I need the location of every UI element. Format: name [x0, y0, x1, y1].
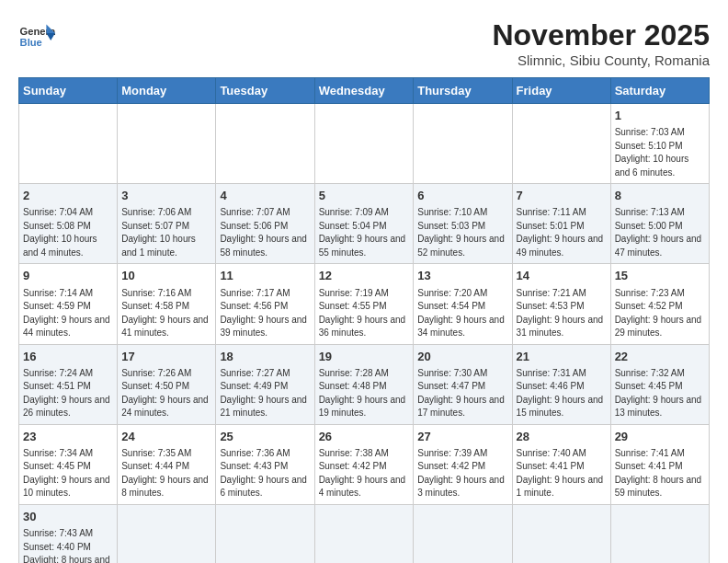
title-section: November 2025 Slimnic, Sibiu County, Rom… — [492, 18, 710, 68]
calendar-day-cell: 22Sunrise: 7:32 AM Sunset: 4:45 PM Dayli… — [610, 344, 709, 424]
calendar-day-cell: 1Sunrise: 7:03 AM Sunset: 5:10 PM Daylig… — [610, 104, 709, 184]
day-info: Sunrise: 7:09 AM Sunset: 5:04 PM Dayligh… — [319, 206, 410, 259]
calendar-day-cell: 4Sunrise: 7:07 AM Sunset: 5:06 PM Daylig… — [216, 184, 314, 264]
location-subtitle: Slimnic, Sibiu County, Romania — [492, 52, 710, 68]
calendar-day-cell: 21Sunrise: 7:31 AM Sunset: 4:46 PM Dayli… — [512, 344, 610, 424]
calendar-week-row: 16Sunrise: 7:24 AM Sunset: 4:51 PM Dayli… — [19, 344, 710, 424]
calendar-day-cell: 25Sunrise: 7:36 AM Sunset: 4:43 PM Dayli… — [216, 424, 314, 504]
svg-marker-3 — [46, 33, 55, 40]
day-info: Sunrise: 7:20 AM Sunset: 4:54 PM Dayligh… — [417, 287, 507, 340]
day-info: Sunrise: 7:24 AM Sunset: 4:51 PM Dayligh… — [23, 367, 113, 420]
day-number: 4 — [220, 188, 310, 204]
calendar-day-cell — [216, 104, 314, 184]
day-info: Sunrise: 7:38 AM Sunset: 4:42 PM Dayligh… — [319, 447, 410, 500]
day-number: 16 — [23, 349, 113, 365]
day-of-week-header: Saturday — [610, 78, 709, 104]
calendar-day-cell: 14Sunrise: 7:21 AM Sunset: 4:53 PM Dayli… — [512, 264, 610, 344]
logo-icon: General Blue — [18, 18, 55, 55]
calendar-day-cell: 28Sunrise: 7:40 AM Sunset: 4:41 PM Dayli… — [512, 424, 610, 504]
calendar-day-cell: 2Sunrise: 7:04 AM Sunset: 5:08 PM Daylig… — [19, 184, 118, 264]
calendar-day-cell: 11Sunrise: 7:17 AM Sunset: 4:56 PM Dayli… — [216, 264, 314, 344]
day-number: 30 — [23, 509, 113, 525]
day-number: 18 — [220, 349, 310, 365]
day-number: 21 — [517, 349, 607, 365]
day-number: 13 — [417, 268, 507, 284]
day-info: Sunrise: 7:16 AM Sunset: 4:58 PM Dayligh… — [121, 287, 211, 340]
calendar-day-cell: 17Sunrise: 7:26 AM Sunset: 4:50 PM Dayli… — [118, 344, 216, 424]
day-number: 7 — [517, 188, 607, 204]
calendar-table: SundayMondayTuesdayWednesdayThursdayFrid… — [18, 77, 710, 563]
day-info: Sunrise: 7:11 AM Sunset: 5:01 PM Dayligh… — [517, 206, 607, 259]
day-info: Sunrise: 7:41 AM Sunset: 4:41 PM Dayligh… — [615, 447, 705, 500]
day-info: Sunrise: 7:04 AM Sunset: 5:08 PM Dayligh… — [23, 206, 113, 259]
logo: General Blue — [18, 18, 55, 55]
calendar-day-cell: 23Sunrise: 7:34 AM Sunset: 4:45 PM Dayli… — [19, 424, 118, 504]
day-number: 17 — [121, 349, 211, 365]
calendar-day-cell: 29Sunrise: 7:41 AM Sunset: 4:41 PM Dayli… — [610, 424, 709, 504]
day-number: 28 — [517, 429, 607, 445]
day-info: Sunrise: 7:31 AM Sunset: 4:46 PM Dayligh… — [517, 367, 607, 420]
calendar-day-cell — [314, 504, 414, 563]
calendar-week-row: 30Sunrise: 7:43 AM Sunset: 4:40 PM Dayli… — [19, 504, 710, 563]
day-info: Sunrise: 7:07 AM Sunset: 5:06 PM Dayligh… — [220, 206, 310, 259]
calendar-day-cell: 24Sunrise: 7:35 AM Sunset: 4:44 PM Dayli… — [118, 424, 216, 504]
calendar-week-row: 23Sunrise: 7:34 AM Sunset: 4:45 PM Dayli… — [19, 424, 710, 504]
day-number: 22 — [615, 349, 705, 365]
calendar-day-cell — [19, 104, 118, 184]
calendar-day-cell: 19Sunrise: 7:28 AM Sunset: 4:48 PM Dayli… — [314, 344, 414, 424]
day-number: 6 — [417, 188, 507, 204]
month-year-title: November 2025 — [492, 18, 710, 52]
day-info: Sunrise: 7:19 AM Sunset: 4:55 PM Dayligh… — [319, 287, 410, 340]
calendar-day-cell: 3Sunrise: 7:06 AM Sunset: 5:07 PM Daylig… — [118, 184, 216, 264]
calendar-day-cell: 7Sunrise: 7:11 AM Sunset: 5:01 PM Daylig… — [512, 184, 610, 264]
day-info: Sunrise: 7:35 AM Sunset: 4:44 PM Dayligh… — [121, 447, 211, 500]
day-number: 1 — [615, 108, 705, 124]
day-of-week-header: Monday — [118, 78, 216, 104]
day-number: 15 — [615, 268, 705, 284]
calendar-day-cell — [314, 104, 414, 184]
day-number: 26 — [319, 429, 410, 445]
day-of-week-header: Wednesday — [314, 78, 414, 104]
day-of-week-header: Sunday — [19, 78, 118, 104]
calendar-day-cell: 6Sunrise: 7:10 AM Sunset: 5:03 PM Daylig… — [414, 184, 512, 264]
calendar-day-cell — [512, 104, 610, 184]
day-number: 10 — [121, 268, 211, 284]
calendar-header-row: SundayMondayTuesdayWednesdayThursdayFrid… — [19, 78, 710, 104]
page-header: General Blue November 2025 Slimnic, Sibi… — [18, 18, 710, 68]
day-info: Sunrise: 7:17 AM Sunset: 4:56 PM Dayligh… — [220, 287, 310, 340]
calendar-day-cell: 9Sunrise: 7:14 AM Sunset: 4:59 PM Daylig… — [19, 264, 118, 344]
day-info: Sunrise: 7:03 AM Sunset: 5:10 PM Dayligh… — [615, 126, 705, 179]
day-info: Sunrise: 7:32 AM Sunset: 4:45 PM Dayligh… — [615, 367, 705, 420]
day-number: 9 — [23, 268, 113, 284]
day-info: Sunrise: 7:30 AM Sunset: 4:47 PM Dayligh… — [417, 367, 507, 420]
day-info: Sunrise: 7:14 AM Sunset: 4:59 PM Dayligh… — [23, 287, 113, 340]
day-number: 3 — [121, 188, 211, 204]
calendar-day-cell — [414, 504, 512, 563]
calendar-day-cell — [414, 104, 512, 184]
calendar-day-cell: 18Sunrise: 7:27 AM Sunset: 4:49 PM Dayli… — [216, 344, 314, 424]
day-of-week-header: Tuesday — [216, 78, 314, 104]
day-info: Sunrise: 7:40 AM Sunset: 4:41 PM Dayligh… — [517, 447, 607, 500]
calendar-day-cell — [118, 104, 216, 184]
day-info: Sunrise: 7:26 AM Sunset: 4:50 PM Dayligh… — [121, 367, 211, 420]
day-number: 19 — [319, 349, 410, 365]
day-number: 5 — [319, 188, 410, 204]
calendar-day-cell: 12Sunrise: 7:19 AM Sunset: 4:55 PM Dayli… — [314, 264, 414, 344]
calendar-day-cell: 13Sunrise: 7:20 AM Sunset: 4:54 PM Dayli… — [414, 264, 512, 344]
day-info: Sunrise: 7:10 AM Sunset: 5:03 PM Dayligh… — [417, 206, 507, 259]
day-info: Sunrise: 7:34 AM Sunset: 4:45 PM Dayligh… — [23, 447, 113, 500]
day-number: 14 — [517, 268, 607, 284]
calendar-day-cell: 8Sunrise: 7:13 AM Sunset: 5:00 PM Daylig… — [610, 184, 709, 264]
calendar-week-row: 2Sunrise: 7:04 AM Sunset: 5:08 PM Daylig… — [19, 184, 710, 264]
calendar-day-cell: 5Sunrise: 7:09 AM Sunset: 5:04 PM Daylig… — [314, 184, 414, 264]
day-number: 24 — [121, 429, 211, 445]
day-info: Sunrise: 7:21 AM Sunset: 4:53 PM Dayligh… — [517, 287, 607, 340]
day-info: Sunrise: 7:13 AM Sunset: 5:00 PM Dayligh… — [615, 206, 705, 259]
calendar-day-cell: 20Sunrise: 7:30 AM Sunset: 4:47 PM Dayli… — [414, 344, 512, 424]
calendar-day-cell: 15Sunrise: 7:23 AM Sunset: 4:52 PM Dayli… — [610, 264, 709, 344]
svg-text:Blue: Blue — [20, 37, 42, 48]
day-info: Sunrise: 7:43 AM Sunset: 4:40 PM Dayligh… — [23, 527, 113, 563]
calendar-week-row: 9Sunrise: 7:14 AM Sunset: 4:59 PM Daylig… — [19, 264, 710, 344]
calendar-day-cell: 16Sunrise: 7:24 AM Sunset: 4:51 PM Dayli… — [19, 344, 118, 424]
day-info: Sunrise: 7:36 AM Sunset: 4:43 PM Dayligh… — [220, 447, 310, 500]
